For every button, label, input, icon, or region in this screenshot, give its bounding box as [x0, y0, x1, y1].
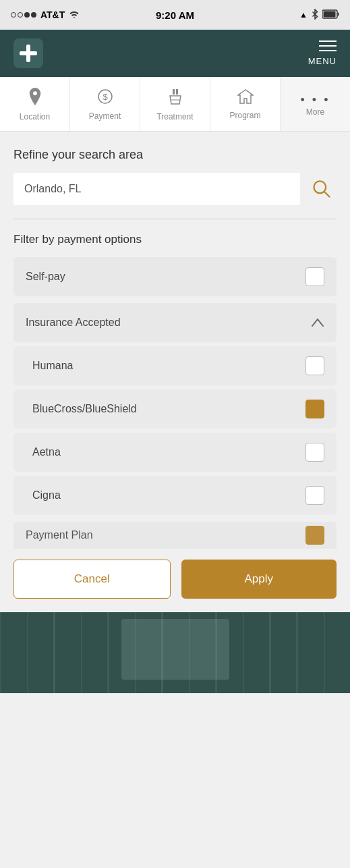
status-bar: AT&T 9:20 AM ▲	[0, 0, 350, 30]
svg-text:$: $	[103, 92, 108, 102]
footer-image	[0, 612, 350, 693]
payment-plan-checkbox[interactable]	[305, 526, 324, 545]
apply-button[interactable]: Apply	[181, 560, 337, 599]
tab-payment[interactable]: $ Payment	[70, 77, 140, 131]
svg-point-9	[314, 181, 326, 193]
signal-dot-3	[24, 12, 30, 18]
location-icon	[28, 88, 42, 109]
self-pay-label: Self-pay	[26, 271, 65, 283]
payment-plan-partial[interactable]: Payment Plan	[13, 522, 337, 549]
tab-payment-label: Payment	[89, 111, 121, 121]
signal-dot-2	[18, 12, 23, 18]
app-logo	[13, 38, 43, 68]
tab-location-label: Location	[20, 112, 50, 121]
insurance-chevron-icon	[311, 315, 324, 331]
search-icon	[311, 178, 332, 200]
aetna-label: Aetna	[32, 446, 61, 458]
app-header: MENU	[0, 30, 350, 77]
main-content: Refine your search area Filter by paymen…	[0, 132, 350, 549]
self-pay-checkbox[interactable]	[305, 267, 324, 286]
svg-line-10	[324, 192, 329, 196]
signal-dots	[11, 12, 36, 18]
svg-rect-11	[0, 612, 350, 693]
filter-title: Filter by payment options	[13, 233, 337, 246]
cancel-button[interactable]: Cancel	[13, 560, 171, 599]
menu-line-2	[319, 45, 337, 47]
section-divider	[13, 219, 337, 219]
bluecross-label: BlueCross/BlueShield	[32, 403, 137, 415]
program-icon	[237, 89, 254, 108]
search-section-title: Refine your search area	[13, 148, 337, 162]
more-dots-icon: • • •	[301, 93, 330, 107]
svg-rect-19	[121, 619, 229, 680]
tab-treatment[interactable]: Treatment	[140, 77, 210, 131]
status-right: ▲	[299, 9, 339, 22]
search-area	[13, 173, 337, 205]
menu-button[interactable]: MENU	[308, 40, 337, 66]
time-display: 9:20 AM	[156, 9, 194, 21]
bottom-buttons: Cancel Apply	[0, 549, 350, 612]
bluecross-checkbox[interactable]	[305, 400, 324, 418]
cigna-label: Cigna	[32, 489, 61, 501]
aetna-checkbox[interactable]	[305, 443, 324, 462]
menu-line-1	[319, 40, 337, 42]
tab-location[interactable]: Location	[0, 77, 70, 131]
signal-dot-4	[31, 12, 36, 18]
insurance-label: Insurance Accepted	[26, 317, 121, 329]
nav-tabs: Location $ Payment Treatment Program • •…	[0, 77, 350, 132]
carrier-label: AT&T	[40, 9, 65, 20]
insurance-bluecross[interactable]: BlueCross/BlueShield	[13, 389, 337, 429]
svg-rect-6	[20, 51, 37, 55]
svg-rect-12	[0, 612, 350, 693]
search-input[interactable]	[13, 173, 300, 205]
tab-program-label: Program	[229, 111, 260, 120]
humana-checkbox[interactable]	[305, 356, 324, 375]
cigna-checkbox[interactable]	[305, 486, 324, 505]
tab-program[interactable]: Program	[210, 77, 281, 131]
tab-treatment-label: Treatment	[156, 112, 193, 121]
humana-label: Humana	[32, 360, 73, 372]
self-pay-option[interactable]: Self-pay	[13, 257, 337, 296]
insurance-aetna[interactable]: Aetna	[13, 433, 337, 472]
payment-icon: $	[97, 88, 113, 109]
search-button[interactable]	[307, 174, 337, 204]
insurance-header[interactable]: Insurance Accepted	[13, 303, 337, 342]
svg-rect-4	[338, 12, 339, 16]
svg-rect-3	[324, 11, 336, 17]
tab-more[interactable]: • • • More	[281, 77, 350, 131]
wifi-icon	[69, 9, 80, 20]
treatment-icon	[168, 88, 183, 109]
insurance-humana[interactable]: Humana	[13, 346, 337, 385]
bluetooth-icon	[312, 9, 318, 22]
payment-plan-label: Payment Plan	[26, 529, 93, 541]
location-arrow-icon: ▲	[299, 10, 308, 20]
signal-dot-1	[11, 12, 16, 18]
insurance-items: Humana BlueCross/BlueShield Aetna Cigna	[13, 346, 337, 515]
tab-more-label: More	[306, 107, 324, 117]
battery-icon	[322, 9, 339, 21]
status-left: AT&T	[11, 9, 80, 20]
menu-label: MENU	[308, 56, 337, 66]
insurance-cigna[interactable]: Cigna	[13, 476, 337, 515]
menu-line-3	[319, 50, 337, 51]
footer-decoration	[0, 612, 350, 693]
